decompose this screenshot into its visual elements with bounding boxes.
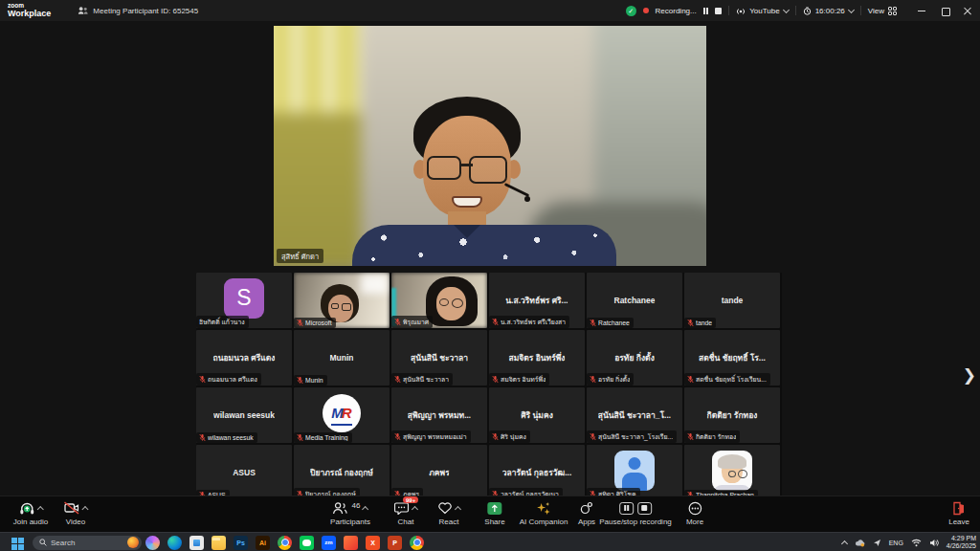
stop-recording-icon[interactable] [715, 8, 722, 14]
participant-tile[interactable]: สุพิญญา พรหมท... สุพิญญา พรหมหมอเม่า [391, 387, 487, 443]
x-app-icon[interactable]: X [366, 536, 380, 550]
participant-name-text: ธิษกิตติ์ แก้วนาง [199, 317, 245, 327]
chevron-up-icon[interactable] [362, 506, 368, 513]
chevron-up-icon[interactable] [36, 506, 43, 513]
participant-tile[interactable]: ภคพร ภคพร [391, 445, 487, 496]
participant-name-text: สุนันสินี ชะวาลา [403, 374, 449, 385]
gallery-next-page-arrow[interactable]: ❯ [963, 367, 976, 384]
chrome-2-icon[interactable] [410, 536, 424, 550]
participant-tile[interactable]: วลารัตน์ กุลธรวัฒ... วลารัตน์ กุลธรวัฒนา [489, 445, 585, 496]
participant-name-text: สุพิญญา พรหมหมอเม่า [403, 431, 467, 442]
participant-tile[interactable]: S ธิษกิตติ์ แก้วนาง [196, 273, 292, 328]
illustrator-icon[interactable]: Ai [256, 536, 270, 550]
divider [795, 6, 796, 15]
chevron-up-icon[interactable] [455, 506, 461, 513]
join-audio-button[interactable]: Join audio [13, 500, 48, 526]
avatar-initial-letter: S [236, 285, 251, 311]
participant-tile[interactable]: Ratchanee Ratchanee [587, 273, 682, 328]
chrome-icon[interactable] [278, 536, 292, 550]
orange-app-icon[interactable] [344, 536, 358, 550]
participant-tile[interactable]: ปิยาภรณ์ กองฤกษ์ ปิยาภรณ์ กองฤกษ์ [294, 445, 390, 496]
mic-muted-icon [199, 375, 206, 384]
pause-recording-icon[interactable] [703, 8, 709, 14]
chat-button[interactable]: 99+ Chat [394, 500, 417, 526]
participant-tile[interactable]: MR Media Training [294, 387, 390, 443]
participant-tile[interactable]: Thanpitcha Prachan [684, 445, 780, 496]
participant-tile[interactable]: ถนอมนวล ศรีแดง ถนอมนวล ศรีแดง [196, 330, 292, 386]
onedrive-icon[interactable] [855, 539, 865, 547]
encryption-shield-icon[interactable]: ✓ [626, 6, 636, 16]
react-button[interactable]: React [437, 500, 460, 526]
view-button[interactable]: View [868, 7, 897, 15]
participant-tile[interactable]: สดชื่น ชัยฤทธิ์ โร... สดชื่น ชัยฤทธิ์ โร… [684, 330, 780, 386]
participant-name-text: Munin [305, 377, 323, 384]
participant-center-name: สุพิญญา พรหมท... [408, 408, 471, 422]
leave-button[interactable]: Leave [948, 500, 969, 526]
participant-tile[interactable]: อรทัย กิ่งตั้ง อรทัย กิ่งตั้ง [587, 330, 682, 386]
photoshop-icon[interactable]: Ps [234, 536, 248, 550]
speaker-icon[interactable] [929, 539, 939, 547]
start-button[interactable] [10, 536, 24, 550]
participant-tile[interactable]: น.ส.วริทธ์พร ศริ... น.ส.วริทธ์พร ศรีเวีย… [489, 273, 585, 328]
file-explorer-icon[interactable] [212, 536, 226, 550]
copilot-icon[interactable] [145, 536, 160, 550]
participant-tile[interactable]: สุทิดา ศิริโชค [587, 445, 682, 496]
chevron-up-icon[interactable] [81, 506, 88, 513]
participant-tile[interactable]: ASUS ASUS [196, 445, 292, 496]
wifi-icon[interactable] [911, 539, 922, 547]
participant-name-text: อรทัย กิ่งตั้ง [598, 374, 630, 385]
participant-name-text: Ratchanee [598, 320, 630, 326]
minimize-button[interactable] [917, 6, 926, 15]
mic-muted-icon [199, 433, 206, 442]
mic-muted-icon [590, 319, 596, 327]
participants-button[interactable]: 46 Participants [330, 500, 370, 526]
share-screen-button[interactable]: Share [484, 500, 504, 526]
participant-tile[interactable]: tande tande [684, 273, 780, 328]
powerpoint-icon[interactable]: P [388, 536, 402, 550]
participant-tile[interactable]: กิตติยา รักทอง กิตติยา รักทอง [684, 387, 780, 443]
participant-tile[interactable]: ศิริ นุ่มคง ศิริ นุ่มคง [489, 387, 585, 443]
edge-icon[interactable] [167, 536, 182, 550]
language-indicator[interactable]: ENG [889, 540, 903, 546]
chevron-up-icon[interactable] [412, 506, 418, 513]
participant-tile[interactable]: พิรุณมาศ [391, 273, 487, 328]
participant-tile[interactable]: สมจิตร อินทร์พึ่ง สมจิตร อินทร์พึ่ง [489, 330, 585, 386]
line-icon[interactable] [300, 536, 314, 550]
maximize-button[interactable] [940, 6, 949, 15]
close-button[interactable] [963, 6, 972, 15]
participant-center-name: อรทัย กิ่งตั้ง [614, 351, 655, 364]
participant-name-label: สุนันสินี ชะวาลา [391, 373, 453, 386]
share-arrow-icon[interactable] [873, 539, 881, 547]
system-tray: ENG 4:29 PM 4/26/2025 [842, 533, 976, 551]
meeting-timer[interactable]: 16:00:26 [803, 7, 854, 15]
ai-companion-button[interactable]: AI Companion [520, 500, 568, 526]
apps-button[interactable]: Apps [578, 500, 595, 526]
taskbar-clock[interactable]: 4:29 PM 4/26/2025 [947, 535, 976, 550]
zoom-app-icon[interactable]: zm [322, 536, 336, 550]
participant-tile[interactable]: สุนันสินี ชะวาลา สุนันสินี ชะวาลา [391, 330, 487, 386]
timer-value: 16:00:26 [815, 7, 845, 15]
participant-tile[interactable]: wilawan seesuk wilawan seesuk [196, 387, 292, 443]
more-button[interactable]: More [686, 500, 703, 526]
participant-center-name: ปิยาภรณ์ กองฤกษ์ [310, 466, 373, 479]
participant-name-label: ปิยาภรณ์ กองฤกษ์ [294, 488, 360, 496]
pause-recording-icon[interactable] [619, 502, 634, 515]
participant-center-name: Ratchanee [614, 296, 656, 305]
participant-tile[interactable]: สุนันสินี ชะวาลา_โ... สุนันสินี ชะวาลา_โ… [587, 387, 682, 443]
mic-muted-icon [687, 375, 694, 384]
stop-recording-icon[interactable] [637, 502, 652, 515]
start-video-button[interactable]: Video [64, 500, 88, 526]
participant-tile[interactable]: Munin Munin [294, 330, 390, 386]
main-speaker-video[interactable]: สุสิทธิ์ ศักดา [274, 26, 706, 266]
livestream-button[interactable]: YouTube [736, 7, 788, 15]
participant-tile[interactable]: Microsoft [294, 273, 390, 328]
taskbar-search[interactable]: Search [33, 536, 142, 550]
pause-stop-recording-button[interactable]: Pause/stop recording [599, 500, 672, 526]
ms-store-icon[interactable] [189, 536, 204, 550]
search-highlight-image[interactable] [127, 537, 139, 548]
hidden-icons-chevron[interactable] [841, 540, 848, 546]
chevron-down-icon [848, 6, 855, 12]
chat-icon [394, 501, 410, 515]
sparkles-icon [536, 501, 551, 516]
participant-name-label: สุทิดา ศิริโชค [587, 488, 640, 496]
